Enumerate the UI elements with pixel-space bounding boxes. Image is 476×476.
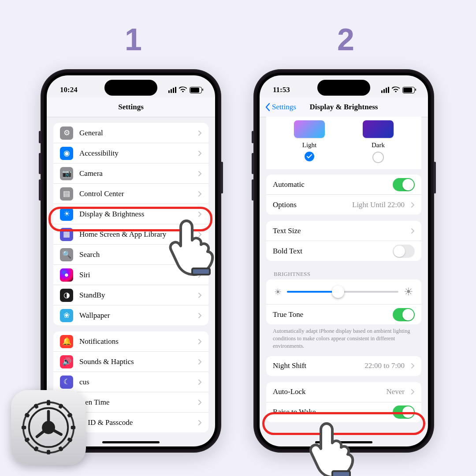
row-label: Siri (79, 271, 192, 279)
row-label: ce ID & Passcode (79, 418, 192, 427)
true-tone-footer: Automatically adapt iPhone display based… (273, 327, 415, 350)
search-icon: 🔍 (60, 248, 73, 261)
row-label: Control Center (79, 190, 192, 198)
status-time: 10:24 (60, 86, 78, 94)
row-sounds-haptics[interactable]: 🔊Sounds & Haptics (53, 351, 208, 372)
row-label: Search (79, 250, 192, 259)
appearance-picker: Light Dark (266, 117, 421, 169)
row-display-brightness[interactable]: ☀︎Display & Brightness (53, 204, 208, 224)
sun-small-icon: ☀︎ (274, 287, 282, 297)
svg-rect-18 (22, 426, 26, 429)
chevron-right-icon (411, 363, 415, 369)
chevron-right-icon (198, 191, 202, 197)
status-time: 11:53 (273, 86, 290, 94)
chevron-right-icon (198, 272, 202, 278)
row-label: reen Time (79, 398, 192, 407)
row-wallpaper[interactable]: ❀Wallpaper (53, 305, 208, 325)
row-auto-lock[interactable]: Auto-Lock Never (266, 382, 421, 402)
chevron-right-icon (198, 150, 202, 156)
wifi-icon (392, 86, 400, 94)
row-general[interactable]: ⚙︎General (53, 123, 208, 143)
switch-true-tone[interactable] (393, 308, 415, 321)
page-title: Display & Brightness (310, 103, 378, 112)
row-label: Home Screen & App Library (79, 230, 192, 239)
row-label: Sounds & Haptics (79, 357, 192, 366)
clock-icon: ◑ (60, 289, 73, 302)
phone-frame-2: 11:53 Settings Display & Brightness Ligh… (253, 69, 434, 453)
switch-bold-text[interactable] (393, 245, 415, 258)
row-label: Display & Brightness (79, 210, 192, 219)
dynamic-island (317, 80, 370, 96)
chevron-right-icon (411, 228, 415, 234)
flower-icon: ❀ (60, 309, 73, 322)
radio-checked-icon (305, 152, 314, 161)
chevron-right-icon (198, 130, 202, 136)
row-notifications[interactable]: 🔔Notifications (53, 331, 208, 351)
row-label: Notifications (79, 337, 192, 346)
chevron-right-icon (411, 389, 415, 395)
appearance-light[interactable]: Light (294, 120, 325, 163)
row-label: Accessibility (79, 149, 192, 158)
chevron-right-icon (198, 399, 202, 405)
row-raise-to-wake[interactable]: Raise to Wake (266, 402, 421, 422)
dark-thumbnail (363, 120, 394, 138)
row-automatic[interactable]: Automatic (266, 175, 421, 194)
appearance-dark[interactable]: Dark (363, 120, 394, 163)
settings-app-icon (11, 390, 86, 465)
svg-rect-12 (71, 426, 75, 429)
row-standby[interactable]: ◑StandBy (53, 285, 208, 305)
chevron-right-icon (198, 292, 202, 298)
row-control-center[interactable]: ▤Control Center (53, 183, 208, 204)
row-label: Camera (79, 169, 192, 178)
row-true-tone[interactable]: True Tone (266, 304, 421, 324)
row-label: Wallpaper (79, 311, 192, 320)
row-bold-text[interactable]: Bold Text (266, 241, 421, 261)
siri-icon: ● (60, 268, 73, 282)
appearance-dark-label: Dark (363, 141, 394, 149)
light-thumbnail (294, 120, 325, 138)
step-number-1: 1 (125, 24, 142, 55)
back-button[interactable]: Settings (265, 103, 296, 112)
switch-raise-to-wake[interactable] (393, 405, 415, 419)
chevron-right-icon (198, 420, 202, 426)
battery-icon (190, 87, 202, 93)
brightness-slider[interactable] (287, 291, 398, 293)
row-home-screen-app-library[interactable]: ▦Home Screen & App Library (53, 224, 208, 244)
sun-icon: ☀︎ (60, 208, 73, 221)
row-options[interactable]: Options Light Until 22:00 (266, 194, 421, 215)
camera-icon: 📷 (60, 167, 73, 180)
dynamic-island (104, 80, 157, 96)
page-title: Settings (118, 103, 144, 112)
cellular-icon (381, 87, 389, 93)
options-value: Light Until 22:00 (352, 201, 405, 209)
row-label: StandBy (79, 291, 192, 300)
bell-icon: 🔔 (60, 335, 73, 348)
chevron-right-icon (198, 231, 202, 238)
row-label: General (79, 129, 192, 138)
row-night-shift[interactable]: Night Shift 22:00 to 7:00 (266, 356, 421, 376)
battery-icon (402, 87, 415, 93)
accessibility-icon: ◉ (60, 147, 73, 160)
row-label: cus (79, 378, 192, 387)
row-focus[interactable]: ☾cus (53, 372, 208, 392)
chevron-right-icon (198, 171, 202, 177)
chevron-right-icon (198, 359, 202, 365)
settings-group-general: ⚙︎General◉Accessibility📷Camera▤Control C… (53, 123, 208, 325)
speaker-icon: 🔊 (60, 355, 73, 368)
row-siri[interactable]: ●Siri (53, 264, 208, 285)
chevron-right-icon (198, 252, 202, 258)
chevron-right-icon (198, 312, 202, 319)
wifi-icon (179, 86, 187, 94)
cellular-icon (168, 87, 176, 93)
appearance-light-label: Light (294, 141, 325, 149)
chevron-right-icon (198, 211, 202, 217)
row-search[interactable]: 🔍Search (53, 244, 208, 264)
row-camera[interactable]: 📷Camera (53, 163, 208, 183)
sun-large-icon: ☀︎ (404, 286, 413, 298)
chevron-right-icon (411, 202, 415, 208)
row-accessibility[interactable]: ◉Accessibility (53, 143, 208, 163)
chevron-right-icon (198, 338, 202, 345)
switch-automatic[interactable] (393, 178, 415, 191)
auto-lock-value: Never (386, 387, 405, 396)
row-text-size[interactable]: Text Size (266, 221, 421, 241)
